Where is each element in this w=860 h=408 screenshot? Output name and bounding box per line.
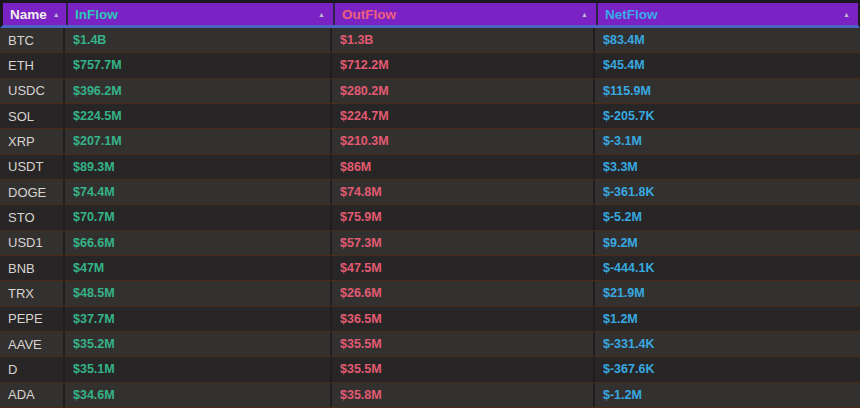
- column-header-name[interactable]: Name ▲: [3, 3, 66, 25]
- name-cell: SOL: [0, 104, 63, 128]
- table-row[interactable]: AAVE$35.2M$35.5M$-331.4K: [0, 332, 860, 357]
- inflow-cell: $89.3M: [63, 155, 330, 179]
- inflow-cell: $1.4B: [63, 28, 330, 52]
- inflow-cell: $70.7M: [63, 205, 330, 229]
- sort-ascending-icon: ▲: [581, 11, 588, 18]
- column-header-outflow[interactable]: OutFlow ▲: [333, 3, 596, 25]
- name-cell: XRP: [0, 129, 63, 153]
- inflow-cell: $224.5M: [63, 104, 330, 128]
- outflow-cell: $47.5M: [330, 256, 593, 280]
- netflow-cell: $-361.8K: [593, 180, 860, 204]
- outflow-cell: $712.2M: [330, 53, 593, 77]
- table-row[interactable]: STO$70.7M$75.9M$-5.2M: [0, 205, 860, 230]
- netflow-cell: $1.2M: [593, 307, 860, 331]
- inflow-cell: $396.2M: [63, 79, 330, 103]
- name-cell: BTC: [0, 28, 63, 52]
- name-cell: USD1: [0, 231, 63, 255]
- table-row[interactable]: BTC$1.4B$1.3B$83.4M: [0, 28, 860, 53]
- table-row[interactable]: USDT$89.3M$86M$3.3M: [0, 155, 860, 180]
- table-row[interactable]: PEPE$37.7M$36.5M$1.2M: [0, 307, 860, 332]
- netflow-cell: $-205.7K: [593, 104, 860, 128]
- name-cell: ADA: [0, 383, 63, 407]
- netflow-cell: $-5.2M: [593, 205, 860, 229]
- outflow-cell: $280.2M: [330, 79, 593, 103]
- inflow-cell: $207.1M: [63, 129, 330, 153]
- name-cell: ETH: [0, 53, 63, 77]
- column-header-label: NetFlow: [605, 7, 658, 22]
- table-header-row: Name ▲ InFlow ▲ OutFlow ▲ NetFlow ▲: [0, 0, 860, 28]
- outflow-cell: $74.8M: [330, 180, 593, 204]
- name-cell: USDT: [0, 155, 63, 179]
- sort-ascending-icon: ▲: [53, 11, 60, 18]
- netflow-cell: $-331.4K: [593, 332, 860, 356]
- inflow-cell: $37.7M: [63, 307, 330, 331]
- column-header-label: OutFlow: [342, 7, 396, 22]
- netflow-cell: $21.9M: [593, 281, 860, 305]
- name-cell: DOGE: [0, 180, 63, 204]
- table-row[interactable]: TRX$48.5M$26.6M$21.9M: [0, 281, 860, 306]
- column-header-label: Name: [10, 7, 47, 22]
- outflow-cell: $1.3B: [330, 28, 593, 52]
- outflow-cell: $57.3M: [330, 231, 593, 255]
- inflow-cell: $48.5M: [63, 281, 330, 305]
- name-cell: STO: [0, 205, 63, 229]
- netflow-cell: $3.3M: [593, 155, 860, 179]
- netflow-cell: $45.4M: [593, 53, 860, 77]
- netflow-cell: $115.9M: [593, 79, 860, 103]
- inflow-cell: $35.1M: [63, 357, 330, 381]
- netflow-cell: $-367.6K: [593, 357, 860, 381]
- outflow-cell: $210.3M: [330, 129, 593, 153]
- column-header-inflow[interactable]: InFlow ▲: [66, 3, 333, 25]
- table-row[interactable]: BNB$47M$47.5M$-444.1K: [0, 256, 860, 281]
- outflow-cell: $26.6M: [330, 281, 593, 305]
- table-row[interactable]: USD1$66.6M$57.3M$9.2M: [0, 231, 860, 256]
- inflow-cell: $757.7M: [63, 53, 330, 77]
- netflow-cell: $-444.1K: [593, 256, 860, 280]
- outflow-cell: $35.5M: [330, 332, 593, 356]
- inflow-cell: $34.6M: [63, 383, 330, 407]
- inflow-cell: $35.2M: [63, 332, 330, 356]
- outflow-cell: $35.8M: [330, 383, 593, 407]
- sort-ascending-icon: ▲: [843, 11, 850, 18]
- netflow-cell: $-1.2M: [593, 383, 860, 407]
- name-cell: USDC: [0, 79, 63, 103]
- inflow-cell: $47M: [63, 256, 330, 280]
- inflow-cell: $66.6M: [63, 231, 330, 255]
- column-header-label: InFlow: [75, 7, 118, 22]
- table-row[interactable]: USDC$396.2M$280.2M$115.9M: [0, 79, 860, 104]
- outflow-cell: $75.9M: [330, 205, 593, 229]
- table-row[interactable]: DOGE$74.4M$74.8M$-361.8K: [0, 180, 860, 205]
- netflow-cell: $83.4M: [593, 28, 860, 52]
- name-cell: PEPE: [0, 307, 63, 331]
- table-row[interactable]: XRP$207.1M$210.3M$-3.1M: [0, 129, 860, 154]
- netflow-cell: $-3.1M: [593, 129, 860, 153]
- table-row[interactable]: ADA$34.6M$35.8M$-1.2M: [0, 383, 860, 408]
- sort-ascending-icon: ▲: [318, 11, 325, 18]
- outflow-cell: $36.5M: [330, 307, 593, 331]
- name-cell: D: [0, 357, 63, 381]
- table-row[interactable]: D$35.1M$35.5M$-367.6K: [0, 357, 860, 382]
- name-cell: AAVE: [0, 332, 63, 356]
- outflow-cell: $35.5M: [330, 357, 593, 381]
- table-row[interactable]: ETH$757.7M$712.2M$45.4M: [0, 53, 860, 78]
- netflow-cell: $9.2M: [593, 231, 860, 255]
- column-header-netflow[interactable]: NetFlow ▲: [596, 3, 858, 25]
- name-cell: TRX: [0, 281, 63, 305]
- table-row[interactable]: SOL$224.5M$224.7M$-205.7K: [0, 104, 860, 129]
- table-body: BTC$1.4B$1.3B$83.4METH$757.7M$712.2M$45.…: [0, 28, 860, 408]
- outflow-cell: $224.7M: [330, 104, 593, 128]
- name-cell: BNB: [0, 256, 63, 280]
- inflow-cell: $74.4M: [63, 180, 330, 204]
- crypto-flow-table: Name ▲ InFlow ▲ OutFlow ▲ NetFlow ▲ BTC$…: [0, 0, 860, 408]
- outflow-cell: $86M: [330, 155, 593, 179]
